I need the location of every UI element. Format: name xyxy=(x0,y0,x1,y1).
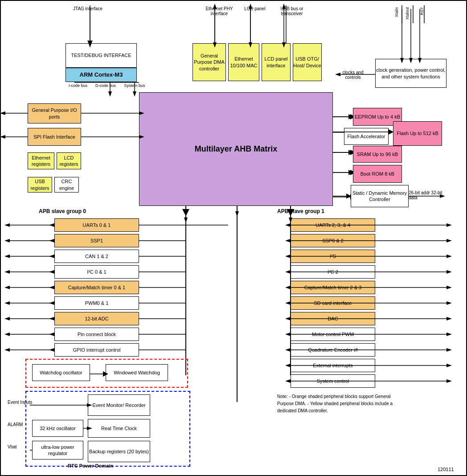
dac-block: DAC xyxy=(291,312,375,325)
event-inputs-label: Event Inputs xyxy=(8,400,33,405)
uarts234-label: UARTs 2, 3, & 4 xyxy=(315,222,350,228)
ssp02-label: SSP0 & 2 xyxy=(322,238,344,244)
pin-connect-label: Pin connect block xyxy=(78,331,116,337)
dcode-label: D-code bus xyxy=(94,83,117,88)
svg-marker-20 xyxy=(4,223,10,227)
svg-marker-120 xyxy=(133,91,136,97)
svg-marker-145 xyxy=(285,286,291,289)
i2s-block: I²S xyxy=(291,250,375,263)
clock-gen-label: clock generation, power control, and oth… xyxy=(376,67,446,80)
svg-marker-54 xyxy=(447,254,452,258)
ext-int-block: External interrupts xyxy=(291,359,375,372)
ultra-low-label: ultra-low power regulator xyxy=(33,444,83,457)
doc-number: 120111 xyxy=(438,467,454,472)
can12-block: CAN 1 & 2 xyxy=(54,250,139,263)
addr-data-label: 26-bit addr 32-bit data xyxy=(409,190,449,200)
gpio-int-label: GPIO interrupt control xyxy=(73,347,121,353)
i2c01-label: I²C 0 & 1 xyxy=(87,269,106,275)
vbat-label: Vbat xyxy=(8,444,17,449)
svg-marker-72 xyxy=(447,348,452,352)
adc-block: 12-bit ADC xyxy=(54,312,139,325)
gp-dma-block: General Purpose DMA controller xyxy=(193,43,226,81)
lcd-regs-block: LCD registers xyxy=(57,152,81,169)
rtc-block: Real Time Clock xyxy=(88,419,150,438)
lcd-panel-block: LCD panel interface xyxy=(262,43,291,81)
svg-marker-36 xyxy=(4,301,10,305)
svg-marker-85 xyxy=(1,135,5,139)
clock-gen-block: clock generation, power control, and oth… xyxy=(375,59,447,88)
svg-marker-141 xyxy=(285,223,291,227)
quad-enc-label: Quadrature Encoder i/f xyxy=(308,347,357,353)
svg-marker-147 xyxy=(285,317,291,320)
uarts01-block: UARTs 0 & 1 xyxy=(54,218,139,232)
usb-regs-label: USB registers xyxy=(28,178,52,191)
adc-label: 12-bit ADC xyxy=(85,316,108,322)
svg-marker-78 xyxy=(447,379,452,383)
lcd-regs-label: LCD registers xyxy=(57,155,81,168)
svg-marker-63 xyxy=(447,301,452,305)
osc-32k-label: 32 kHz oscillator xyxy=(40,425,76,431)
svg-marker-136 xyxy=(49,286,54,289)
eth-mac-label: Ethernet 10/100 MAC xyxy=(229,56,259,69)
spi-flash-label: SPI Flash Interface xyxy=(33,134,75,140)
rst-label: RST xyxy=(420,7,429,15)
svg-marker-151 xyxy=(285,379,291,383)
spi-flash-block: SPI Flash Interface xyxy=(28,128,81,146)
sd-card-block: SD card interface xyxy=(291,296,375,310)
ultra-low-block: ultra-low power regulator xyxy=(32,441,83,460)
svg-marker-138 xyxy=(49,317,54,320)
eeprom-label: EEPROM Up to 4 kB xyxy=(355,114,400,120)
svg-marker-143 xyxy=(285,254,291,258)
eth-regs-block: Ethernet registers xyxy=(28,152,54,169)
ssp1-label: SSP1 xyxy=(90,238,103,244)
boot-rom-block: Boot ROM 8 kB xyxy=(353,165,402,183)
backup-regs-label: Backup registers (20 bytes) xyxy=(89,448,149,455)
test-debug-block: TEST/DEBUG INTERFACE xyxy=(66,43,137,68)
motor-pwm-label: Motor control PWM xyxy=(312,331,354,337)
svg-marker-118 xyxy=(108,91,112,97)
flash-accel-label: Flash Accelerator xyxy=(348,133,385,140)
ext-int-label: External interrupts xyxy=(313,362,352,369)
rtc-domain-label: RTC Power Domain xyxy=(68,463,113,468)
svg-marker-27 xyxy=(4,254,10,258)
sys-ctrl-block: System control xyxy=(291,374,375,388)
i2c2-block: I²C 2 xyxy=(291,265,375,279)
svg-marker-148 xyxy=(285,332,291,336)
svg-marker-69 xyxy=(447,332,452,336)
svg-marker-133 xyxy=(49,239,54,242)
diagram: JTAG interface Ethernet PHY interface LC… xyxy=(0,0,467,476)
test-debug-label: TEST/DEBUG INTERFACE xyxy=(71,52,131,58)
icode-label: I-code bus xyxy=(67,83,89,88)
usb-otg-block: USB OTG/ Host/ Device xyxy=(293,43,322,81)
motor-pwm-block: Motor control PWM xyxy=(291,328,375,341)
svg-marker-124 xyxy=(184,217,188,223)
ssp1-block: SSP1 xyxy=(54,234,139,247)
svg-marker-75 xyxy=(447,364,452,367)
crc-engine-block: CRC engine xyxy=(54,177,79,193)
sd-card-label: SD card interface xyxy=(314,300,352,306)
gpio-int-block: GPIO interrupt control xyxy=(54,343,139,357)
svg-marker-150 xyxy=(285,364,291,367)
pwm01-label: PWM0 & 1 xyxy=(85,300,109,306)
ssp02-block: SSP0 & 2 xyxy=(291,234,375,247)
lcd-panel-if-label: LCD panel interface xyxy=(262,56,290,69)
svg-marker-57 xyxy=(447,270,452,274)
uarts01-label: UARTs 0 & 1 xyxy=(83,222,111,228)
svg-marker-24 xyxy=(4,239,10,242)
eth-regs-label: Ethernet registers xyxy=(28,155,54,168)
gpio-ports-label: General Purpose I/O ports xyxy=(28,107,81,120)
ahb-matrix-label: Multilayer AHB Matrix xyxy=(195,144,277,154)
eth-phy-label: Ethernet PHY interface xyxy=(199,6,239,16)
svg-marker-39 xyxy=(4,317,10,320)
svg-marker-140 xyxy=(49,348,54,352)
arm-cortex-label: ARM Cortex-M3 xyxy=(80,71,123,79)
boot-rom-label: Boot ROM 8 kB xyxy=(360,171,394,177)
svg-marker-48 xyxy=(447,223,452,227)
svg-marker-122 xyxy=(235,211,239,217)
cap-timer01-label: Capture/Match timer 0 & 1 xyxy=(68,284,125,291)
sram-block: SRAM Up to 96 kB xyxy=(353,146,402,163)
svg-marker-60 xyxy=(447,286,452,289)
usb-bus-label: USB bus or transceiver xyxy=(272,6,312,16)
windowed-wd-label: Windowed Watchdog xyxy=(114,369,160,376)
apb0-title: APB slave group 0 xyxy=(39,208,86,214)
